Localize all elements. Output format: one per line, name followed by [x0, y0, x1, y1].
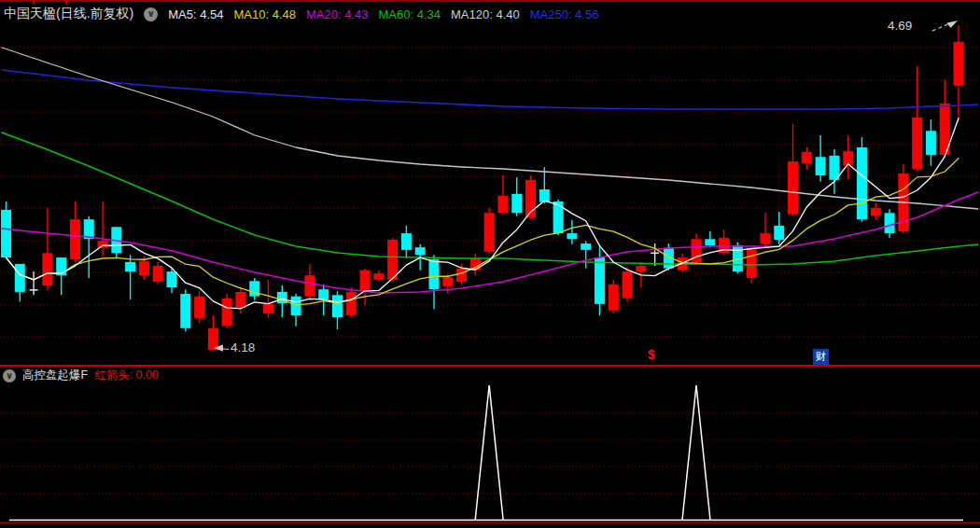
indicator-name: 高控盘起爆F [22, 368, 88, 383]
instrument-title: 中国天楹(日线.前复权) [4, 6, 133, 22]
candle-body [360, 271, 371, 292]
candle-body [98, 241, 108, 248]
ma-label-ma5: MA5: 4.54 [168, 7, 223, 21]
candle-body [208, 328, 218, 350]
collapse-main-chart-icon[interactable]: ∨ [144, 7, 158, 21]
ma250-line [2, 70, 978, 109]
candle-body [581, 243, 591, 250]
ma-label-ma120: MA120: 4.40 [451, 7, 520, 21]
ma-label-ma10: MA10: 4.48 [233, 7, 296, 21]
app-window: 中国天楹(日线.前复权) ∨ MA5: 4.54MA10: 4.48MA20: … [0, 0, 980, 528]
chart-canvas[interactable] [0, 0, 980, 528]
collapse-indicator-panel-icon[interactable]: ∨ [3, 369, 16, 382]
candle-body [926, 131, 936, 155]
candle-body [373, 273, 384, 280]
candle-body [954, 42, 964, 86]
candle-body [15, 264, 25, 292]
candle-body [153, 266, 163, 282]
indicator-panel-header: ∨ 高控盘起爆F 红箭头: 0.00 [3, 368, 159, 383]
candle-body [222, 299, 232, 326]
high-arrow [932, 23, 950, 31]
candle-body [263, 304, 273, 313]
candle-body [139, 261, 149, 275]
candle-body [442, 277, 453, 286]
signal-spike [475, 385, 503, 521]
candle-body [415, 247, 426, 255]
candle-body [346, 292, 357, 315]
candle-body [567, 233, 577, 239]
signal-spike [682, 385, 710, 521]
candle-body [760, 233, 770, 244]
candle-body [42, 253, 52, 285]
candle-body [871, 208, 881, 215]
candlesticks [1, 25, 964, 351]
dividend-dollar-icon[interactable]: $ [648, 347, 655, 362]
candle-body [56, 257, 66, 275]
candle-body [304, 275, 315, 297]
candle-body [816, 157, 826, 175]
low-price-annotation: 4.18 [231, 340, 255, 354]
high-arrow-head [947, 21, 959, 28]
ma-label-ma250: MA250: 4.56 [530, 7, 599, 21]
candle-body [401, 233, 412, 250]
ma-label-ma20: MA20: 4.43 [306, 7, 369, 21]
candle-body [788, 161, 798, 215]
ma120-line [2, 48, 978, 209]
candle-body [843, 151, 853, 165]
candle-body [705, 239, 715, 245]
candle-body [332, 295, 343, 317]
candle-body [387, 240, 398, 280]
candle-body [318, 289, 329, 299]
candle-body [70, 219, 80, 259]
candle-body [180, 294, 190, 328]
candle-body [802, 152, 812, 163]
candle-body [747, 249, 757, 278]
annotation-arrows [214, 21, 958, 352]
indicator-plot [9, 385, 963, 521]
candle-body [511, 194, 522, 213]
financial-report-badge-icon[interactable]: 财 [813, 349, 829, 365]
candle-body [428, 259, 439, 289]
candle-body [497, 196, 508, 213]
ma-label-ma60: MA60: 4.34 [378, 7, 441, 21]
candle-body [553, 201, 564, 233]
candle-body [636, 266, 646, 271]
candle-body [249, 281, 259, 296]
high-price-annotation: 4.69 [888, 19, 912, 33]
title-bar: 中国天楹(日线.前复权) ∨ MA5: 4.54MA10: 4.48MA20: … [4, 6, 598, 22]
candle-body [595, 257, 605, 304]
candle-body [291, 297, 301, 315]
candle-body [166, 271, 176, 287]
candle-body [125, 262, 135, 271]
ma5-line [7, 118, 959, 309]
indicator-value-label: 红箭头: 0.00 [94, 368, 159, 383]
candle-body [885, 213, 895, 233]
candle-body [456, 269, 467, 282]
candle-body [194, 297, 204, 318]
candle-body [774, 226, 784, 240]
ma-legend: MA5: 4.54MA10: 4.48MA20: 4.43MA60: 4.34M… [168, 7, 598, 21]
candle-body [235, 292, 245, 308]
candle-body [857, 147, 867, 219]
candle-body [484, 213, 495, 252]
candle-body [912, 118, 922, 169]
candle-body [623, 271, 633, 299]
candle-body [609, 285, 619, 311]
ma10-line [7, 159, 959, 305]
candle-body [1, 210, 11, 257]
